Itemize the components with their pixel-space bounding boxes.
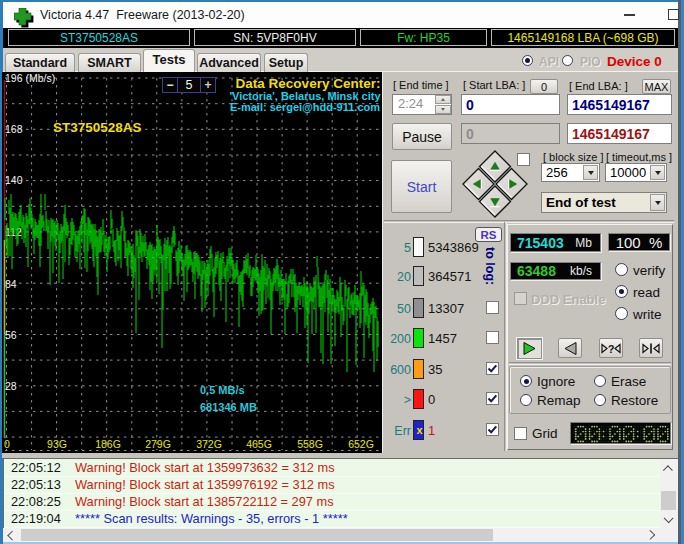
svg-text:465G: 465G [246,438,272,450]
svg-text:186G: 186G [95,438,121,450]
svg-text:0: 0 [4,438,10,450]
svg-text:196 (Mb/s): 196 (Mb/s) [5,72,55,84]
svg-text:84: 84 [5,278,17,290]
svg-text:56: 56 [5,329,17,341]
svg-text:28: 28 [5,380,17,392]
svg-text:168: 168 [5,123,23,135]
svg-text:558G: 558G [297,438,323,450]
svg-text:E-mail: sergei@hdd-911.com: E-mail: sergei@hdd-911.com [230,101,380,113]
svg-text:279G: 279G [145,438,171,450]
svg-text:681346 MB: 681346 MB [200,401,257,413]
svg-text:0,5 MB/s: 0,5 MB/s [200,384,245,396]
svg-text:ST3750528AS: ST3750528AS [53,120,142,135]
svg-text:'Victoria', Belarus, Minsk cit: 'Victoria', Belarus, Minsk city [229,90,381,102]
svg-text:372G: 372G [196,438,222,450]
svg-text:?: ? [608,342,615,354]
svg-text:140: 140 [5,174,23,186]
svg-text:652G: 652G [348,438,374,450]
svg-text:93G: 93G [47,438,67,450]
